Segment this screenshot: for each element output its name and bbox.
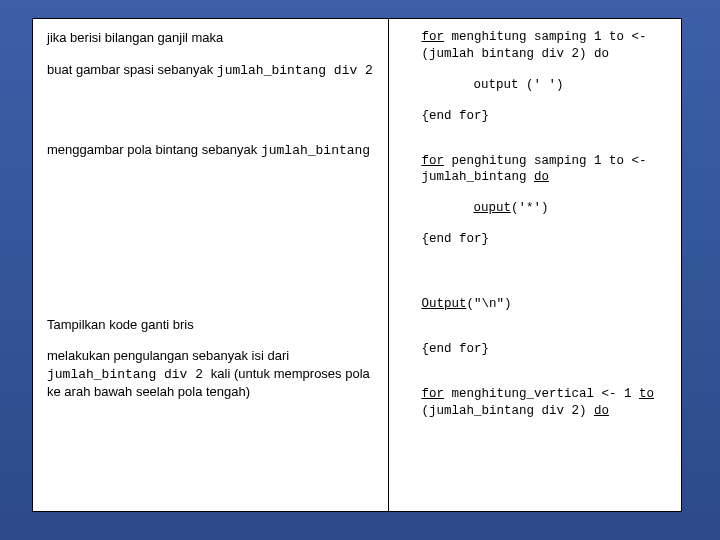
left-line-1: jika berisi bilangan ganjil maka [47,29,376,47]
kw-output: ouput [473,201,511,215]
code-text: (jumlah_bintang div 2) [421,404,594,418]
code-line: Output("\n") [403,296,669,313]
code-line: for menghitung samping 1 to <-(jumlah bi… [403,29,669,63]
kw-for: for [421,387,444,401]
left-line-5: melakukan pengulangan sebanyak isi dari … [47,347,376,401]
code-text: for [459,109,482,123]
code-text: ('*') [511,201,549,215]
code-text: for [459,232,482,246]
code-text: } [481,232,489,246]
text: menggambar pola bintang sebanyak [47,142,261,157]
code-line: {end for} [403,231,669,248]
kw-do: do [594,404,609,418]
code-text: menghitung samping 1 to <-(jumlah bintan… [421,30,646,61]
kw-to: to [639,387,654,401]
kw-do: do [534,170,549,184]
code-text: jumlah_bintang [261,143,370,158]
right-column: for menghitung samping 1 to <-(jumlah bi… [389,19,681,511]
left-line-3: menggambar pola bintang sebanyak jumlah_… [47,141,376,160]
code-line: {end for} [403,108,669,125]
code-line: for menghitung_vertical <- 1 to (jumlah_… [403,386,669,420]
code-text: } [481,109,489,123]
code-line: ouput('*') [403,200,669,217]
code-text: for [459,342,482,356]
code-line: output (' ') [403,77,669,94]
code-line: {end for} [403,341,669,358]
code-text: jumlah_bintang div 2 [217,63,373,78]
code-text: {end [421,342,459,356]
table-frame: jika berisi bilangan ganjil maka buat ga… [32,18,682,512]
code-text: ("\n") [466,297,511,311]
kw-for: for [421,30,444,44]
code-text: } [481,342,489,356]
kw-for: for [421,154,444,168]
code-text: jumlah_bintang div 2 [47,367,211,382]
left-line-4: Tampilkan kode ganti bris [47,316,376,334]
kw-output: Output [421,297,466,311]
code-text: {end [421,109,459,123]
code-text: {end [421,232,459,246]
text: melakukan pengulangan sebanyak isi dari [47,348,289,363]
text: buat gambar spasi sebanyak [47,62,217,77]
left-column: jika berisi bilangan ganjil maka buat ga… [33,19,389,511]
left-line-2: buat gambar spasi sebanyak jumlah_bintan… [47,61,376,80]
code-text: menghitung_vertical <- 1 [444,387,639,401]
code-line: for penghitung samping 1 to <- jumlah_bi… [403,153,669,187]
